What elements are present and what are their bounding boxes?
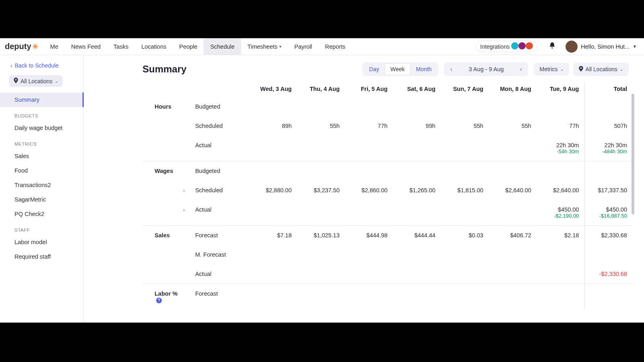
row-label: Budgeted xyxy=(195,168,220,174)
cell: 89h xyxy=(250,116,297,136)
cell xyxy=(345,245,393,264)
summary-table: Wed, 3 AugThu, 4 AugFri, 5 AugSat, 6 Aug… xyxy=(142,82,633,310)
integrations-pill[interactable]: Integrations xyxy=(476,41,537,52)
sidebar-item-pq-check2[interactable]: PQ Check2 xyxy=(0,207,83,221)
cell xyxy=(393,264,441,284)
nav-tab-schedule[interactable]: Schedule xyxy=(204,38,241,55)
col-header: Mon, 8 Aug xyxy=(489,82,537,97)
table-row: HoursBudgeted xyxy=(142,97,633,116)
sidebar-item-required-staff[interactable]: Required staff xyxy=(0,249,83,264)
help-icon[interactable]: ? xyxy=(156,298,162,303)
cell xyxy=(297,284,345,310)
range-mode-month[interactable]: Month xyxy=(410,64,437,75)
sidebar-section-budgets: BUDGETS xyxy=(0,107,83,121)
metrics-dropdown[interactable]: Metrics ⌄ xyxy=(534,63,569,76)
range-mode-day[interactable]: Day xyxy=(363,64,385,75)
user-greeting: Hello, Simon Hut... xyxy=(581,43,630,50)
date-range-display[interactable]: 3 Aug - 9 Aug xyxy=(457,64,515,75)
cell xyxy=(250,161,297,181)
cell xyxy=(441,200,489,226)
cell xyxy=(393,97,441,116)
sidebar-item-sagarmetric[interactable]: SagarMetric xyxy=(0,192,83,207)
bell-icon xyxy=(549,42,556,51)
date-next-button[interactable]: › xyxy=(515,64,527,75)
group-label xyxy=(142,200,190,226)
notifications-button[interactable] xyxy=(543,38,561,55)
row-label: Scheduled xyxy=(195,123,223,129)
cell: $2.18 xyxy=(537,226,585,245)
date-prev-button[interactable]: ‹ xyxy=(445,64,457,75)
row-label: Actual xyxy=(195,206,211,213)
cell: $2,640.00 xyxy=(489,181,537,200)
brand-star-icon: ✳ xyxy=(32,42,38,51)
col-header: Tue, 9 Aug xyxy=(537,82,585,97)
pin-icon xyxy=(14,78,18,84)
integration-dot xyxy=(518,42,526,49)
metrics-label: Metrics xyxy=(539,66,557,72)
range-mode-segment: DayWeekMonth xyxy=(362,62,438,76)
cell xyxy=(441,97,489,116)
user-menu[interactable]: Hello, Simon Hut... ▼ xyxy=(561,38,639,55)
brand-logo: deputy✳ xyxy=(5,38,38,55)
cell xyxy=(441,284,489,310)
cell-total xyxy=(585,284,633,310)
cell xyxy=(393,136,441,161)
nav-tab-tasks[interactable]: Tasks xyxy=(107,38,135,55)
row-label: Forecast xyxy=(195,290,218,297)
group-label xyxy=(142,245,190,264)
group-label: Hours xyxy=(142,97,190,116)
avatar xyxy=(566,41,578,53)
nav-tab-locations[interactable]: Locations xyxy=(135,38,173,55)
sidebar-location-filter[interactable]: All Locations ⌄ xyxy=(9,75,63,87)
nav-tab-payroll[interactable]: Payroll xyxy=(288,38,318,55)
cell-total: -$2,330.68 xyxy=(585,264,633,284)
col-header-total: Total xyxy=(585,82,633,97)
cell: 99h xyxy=(393,116,441,136)
chevron-left-icon: ‹ xyxy=(450,66,452,72)
sidebar-item-food[interactable]: Food xyxy=(0,163,83,178)
cell xyxy=(537,264,585,284)
sidebar-item-transactions2[interactable]: Transactions2 xyxy=(0,178,83,192)
nav-tab-news-feed[interactable]: News Feed xyxy=(65,38,107,55)
range-mode-week[interactable]: Week xyxy=(385,64,411,75)
sidebar-item-daily-wage-budget[interactable]: Daily wage budget xyxy=(0,121,83,135)
row-label: Forecast xyxy=(195,232,218,239)
nav-tab-me[interactable]: Me xyxy=(44,38,65,55)
sidebar-item-label: Summary xyxy=(14,97,39,103)
cell: $3,237.50 xyxy=(297,181,345,200)
group-label: Wages xyxy=(142,161,190,181)
cell: 77h xyxy=(537,116,585,136)
chevron-left-icon: ‹ xyxy=(10,62,12,69)
cell xyxy=(297,97,345,116)
cell-total xyxy=(585,245,633,264)
table-row: Actual-$2,330.68 xyxy=(142,264,633,284)
cell xyxy=(297,200,345,226)
nav-tab-timesheets[interactable]: Timesheets▾ xyxy=(241,38,288,55)
cell: $444.44 xyxy=(393,226,441,245)
sidebar-item-labor-model[interactable]: Labor model xyxy=(0,235,83,249)
locations-dropdown[interactable]: All Locations ⌄ xyxy=(573,63,629,76)
main-content: Summary DayWeekMonth ‹ 3 Aug - 9 Aug › M… xyxy=(84,55,644,323)
nav-tab-people[interactable]: People xyxy=(173,38,204,55)
cell-total: 22h 30m-484h 30m xyxy=(585,136,633,161)
cell xyxy=(250,200,297,226)
cell xyxy=(489,136,537,161)
cell: $2,860.00 xyxy=(345,181,393,200)
scrollbar-thumb[interactable] xyxy=(632,94,634,214)
expand-toggle[interactable]: › xyxy=(183,207,185,213)
cell: 55h xyxy=(441,116,489,136)
sidebar-item-sales[interactable]: Sales xyxy=(0,149,83,163)
cell: $444.98 xyxy=(345,226,393,245)
cell xyxy=(489,97,537,116)
cell: 77h xyxy=(345,116,393,136)
cell xyxy=(441,245,489,264)
cell xyxy=(345,136,393,161)
cell xyxy=(489,264,537,284)
back-to-schedule-link[interactable]: ‹ Back to Schedule xyxy=(0,60,83,74)
cell xyxy=(393,245,441,264)
expand-toggle[interactable]: › xyxy=(183,188,185,193)
nav-tab-reports[interactable]: Reports xyxy=(319,38,352,55)
row-label: Actual xyxy=(195,142,211,148)
sidebar-item-summary[interactable]: Summary xyxy=(0,93,84,107)
table-row: Scheduled89h55h77h99h55h55h77h507h xyxy=(142,116,633,136)
